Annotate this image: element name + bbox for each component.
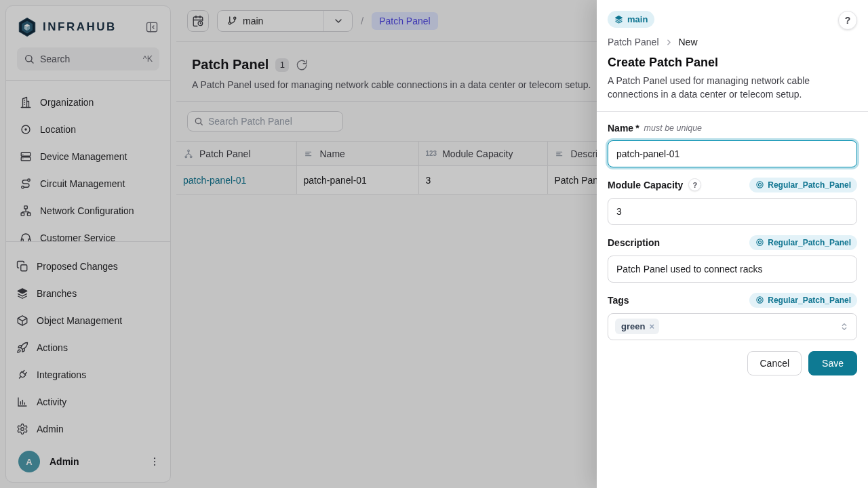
- create-patch-panel-drawer: main ? Patch Panel New Create Patch Pane…: [597, 0, 868, 488]
- profile-schema-icon: [755, 238, 764, 247]
- field-module-capacity: Module Capacity ? Regular_Patch_Panel: [608, 178, 857, 225]
- field-description: Description Regular_Patch_Panel: [608, 235, 857, 283]
- schema-badge[interactable]: Regular_Patch_Panel: [749, 235, 857, 250]
- module-capacity-help-icon[interactable]: ?: [688, 178, 701, 191]
- drawer-header: main ? Patch Panel New Create Patch Pane…: [597, 0, 868, 112]
- profile-schema-icon: [755, 180, 764, 189]
- tag-label: green: [621, 321, 645, 331]
- layers-icon: [614, 15, 623, 24]
- drawer-description: A Patch Panel used for managing network …: [608, 74, 834, 102]
- chevron-right-icon: [665, 38, 673, 47]
- schema-badge[interactable]: Regular_Patch_Panel: [749, 293, 857, 308]
- branch-badge: main: [608, 11, 654, 28]
- description-input[interactable]: [608, 256, 857, 283]
- tags-select[interactable]: green ×: [608, 313, 857, 340]
- field-tags: Tags Regular_Patch_Panel green ×: [608, 293, 857, 340]
- schema-badge-label: Regular_Patch_Panel: [768, 296, 851, 305]
- create-form: Name * must be unique Module Capacity ? …: [597, 112, 868, 488]
- drawer-breadcrumb: Patch Panel New: [608, 37, 857, 47]
- profile-schema-icon: [755, 296, 764, 304]
- description-label: Description: [608, 237, 660, 248]
- breadcrumb-parent[interactable]: Patch Panel: [608, 37, 659, 47]
- help-button[interactable]: ?: [838, 11, 857, 30]
- save-button[interactable]: Save: [808, 351, 857, 375]
- name-label: Name: [608, 123, 633, 134]
- drawer-title: Create Patch Panel: [608, 56, 857, 70]
- remove-tag-icon[interactable]: ×: [649, 321, 654, 331]
- schema-badge[interactable]: Regular_Patch_Panel: [749, 178, 857, 192]
- name-input[interactable]: [608, 140, 857, 167]
- breadcrumb-current: New: [679, 37, 698, 47]
- required-mark: *: [635, 123, 639, 134]
- tag-chip-green: green ×: [615, 319, 659, 334]
- schema-badge-label: Regular_Patch_Panel: [768, 238, 851, 247]
- name-hint: must be unique: [644, 123, 702, 133]
- chevrons-up-down-icon: [839, 321, 850, 332]
- module-capacity-input[interactable]: [608, 198, 857, 225]
- form-actions: Cancel Save: [608, 351, 857, 375]
- schema-badge-label: Regular_Patch_Panel: [768, 180, 851, 190]
- module-capacity-label: Module Capacity: [608, 180, 683, 190]
- branch-badge-label: main: [627, 14, 648, 24]
- cancel-button[interactable]: Cancel: [747, 351, 802, 375]
- tags-label: Tags: [608, 295, 629, 306]
- field-name: Name * must be unique: [608, 121, 857, 167]
